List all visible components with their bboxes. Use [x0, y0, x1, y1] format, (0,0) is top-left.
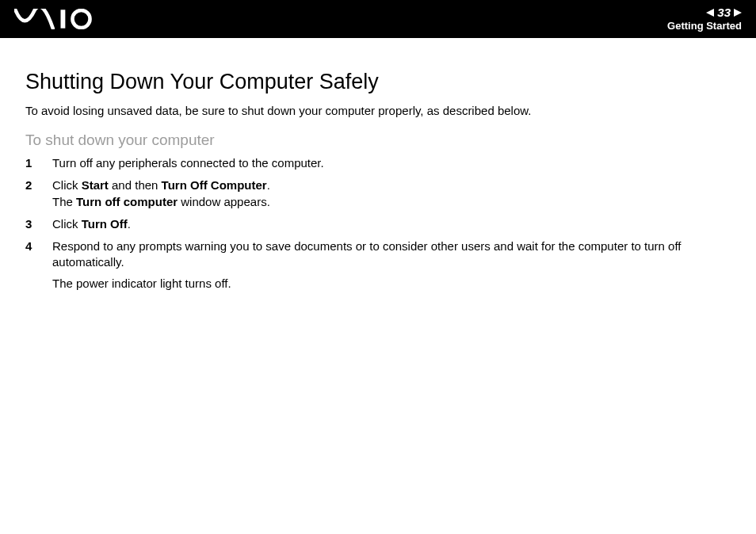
step-text: Turn off any peripherals connected to th… [52, 156, 324, 170]
header-bar: 33 Getting Started [0, 0, 756, 38]
step-3: Click Turn Off. [25, 216, 731, 232]
subtitle: To shut down your computer [25, 132, 731, 149]
step-result: The power indicator light turns off. [52, 276, 731, 292]
step-text: Click Start and then Turn Off Computer. [52, 178, 270, 192]
vaio-logo [14, 7, 117, 31]
step-extra: The Turn off computer window appears. [52, 194, 731, 210]
svg-point-1 [72, 10, 90, 28]
page-number: 33 [717, 6, 731, 20]
step-text: Click Turn Off. [52, 217, 131, 231]
page-content: Shutting Down Your Computer Safely To av… [0, 38, 756, 292]
step-2: Click Start and then Turn Off Computer. … [25, 177, 731, 210]
svg-rect-0 [61, 10, 66, 28]
page-nav: 33 [667, 6, 742, 20]
prev-page-icon[interactable] [706, 9, 714, 17]
step-4: Respond to any prompts warning you to sa… [25, 238, 731, 292]
step-text: Respond to any prompts warning you to sa… [52, 239, 681, 269]
step-1: Turn off any peripherals connected to th… [25, 155, 731, 171]
page-title: Shutting Down Your Computer Safely [25, 70, 731, 94]
section-label: Getting Started [667, 21, 742, 32]
header-right: 33 Getting Started [667, 6, 742, 32]
next-page-icon[interactable] [734, 9, 742, 17]
intro-text: To avoid losing unsaved data, be sure to… [25, 104, 731, 117]
steps-list: Turn off any peripherals connected to th… [25, 155, 731, 292]
